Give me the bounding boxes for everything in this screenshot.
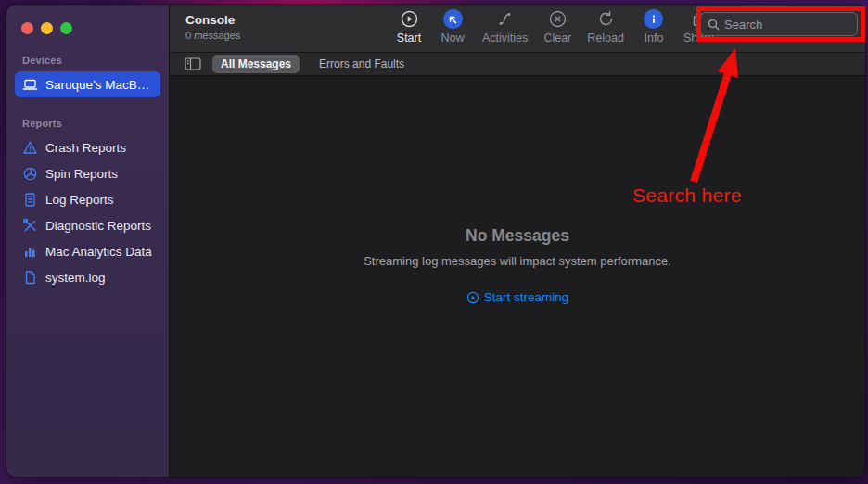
sidebar-item-label: Diagnostic Reports (45, 219, 151, 233)
search-icon (708, 19, 720, 31)
start-streaming-label: Start streaming (484, 290, 569, 304)
traffic-lights (15, 5, 160, 34)
sidebar-item-crash-reports[interactable]: Crash Reports (15, 134, 160, 160)
sidebar-toggle-icon[interactable] (185, 57, 201, 70)
activities-button[interactable]: Activities (482, 9, 528, 45)
sidebar: Devices Saruque’s MacBo... Reports (6, 5, 170, 477)
jump-to-now-icon (443, 9, 463, 29)
sidebar-item-device-macbook[interactable]: Saruque’s MacBo... (15, 71, 160, 97)
sidebar-item-label: Log Reports (45, 193, 114, 207)
now-button-label: Now (440, 32, 464, 45)
sidebar-item-diagnostic-reports[interactable]: Diagnostic Reports (15, 212, 160, 238)
info-button[interactable]: Info (640, 9, 668, 45)
toolbar: Console 0 messages Start (170, 5, 865, 53)
empty-state-title: No Messages (466, 226, 569, 246)
bar-chart-icon (22, 244, 38, 260)
aperture-spinner-icon (22, 166, 38, 182)
info-button-label: Info (645, 32, 664, 45)
devices-section-label: Devices (22, 55, 160, 66)
close-window-button[interactable] (21, 22, 33, 34)
warning-triangle-icon (22, 140, 38, 156)
sidebar-item-mac-analytics-data[interactable]: Mac Analytics Data (15, 238, 160, 264)
message-count: 0 messages (185, 30, 240, 41)
sidebar-item-log-reports[interactable]: Log Reports (15, 186, 160, 212)
message-list-area: No Messages Streaming log messages will … (170, 76, 865, 477)
sidebar-item-label: Spin Reports (45, 167, 118, 181)
desktop-background: Devices Saruque’s MacBo... Reports (0, 0, 868, 484)
clear-button[interactable]: Clear (543, 9, 571, 45)
clear-button-label: Clear (543, 32, 571, 45)
toolbar-buttons: Start Now (395, 9, 714, 45)
search-field[interactable] (700, 12, 858, 36)
activities-route-icon (495, 9, 515, 29)
start-streaming-link[interactable]: Start streaming (466, 290, 569, 304)
start-button-label: Start (397, 32, 421, 45)
sidebar-item-label: Mac Analytics Data (45, 245, 152, 259)
info-circle-icon (644, 9, 663, 29)
play-circle-icon (400, 9, 419, 29)
now-button[interactable]: Now (439, 9, 466, 45)
sidebar-item-system-log[interactable]: system.log (15, 264, 160, 290)
clear-circle-x-icon (548, 9, 568, 29)
laptop-icon (22, 77, 38, 93)
console-window: Devices Saruque’s MacBo... Reports (6, 5, 865, 477)
message-filter-bar: All Messages Errors and Faults (170, 53, 865, 76)
sidebar-item-spin-reports[interactable]: Spin Reports (15, 160, 160, 186)
main-panel: Console 0 messages Start (170, 5, 865, 477)
activities-button-label: Activities (482, 32, 528, 45)
crossed-tools-icon (22, 218, 38, 234)
sidebar-item-label: Crash Reports (45, 141, 126, 155)
reload-button[interactable]: Reload (587, 9, 624, 45)
empty-state-subtitle: Streaming log messages will impact syste… (364, 254, 671, 268)
tab-all-messages[interactable]: All Messages (212, 55, 300, 73)
reload-circular-arrow-icon (596, 9, 616, 29)
tab-errors-and-faults[interactable]: Errors and Faults (311, 55, 413, 73)
sidebar-item-label: system.log (45, 271, 106, 285)
window-title: Console (185, 13, 240, 27)
play-circle-icon (466, 291, 479, 304)
sidebar-item-label: Saruque’s MacBo... (45, 78, 153, 92)
minimize-window-button[interactable] (41, 22, 53, 34)
zoom-window-button[interactable] (60, 22, 72, 34)
log-document-icon (22, 192, 38, 208)
start-button[interactable]: Start (395, 9, 423, 45)
reports-section-label: Reports (22, 118, 160, 129)
file-page-icon (22, 270, 38, 286)
search-input[interactable] (724, 18, 850, 32)
reload-button-label: Reload (587, 32, 624, 45)
